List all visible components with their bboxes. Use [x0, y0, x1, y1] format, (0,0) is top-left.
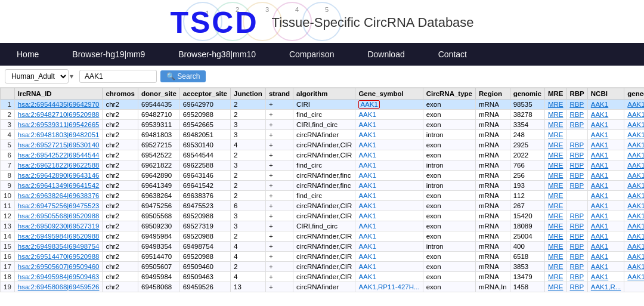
- lrcrna-id-link[interactable]: hsa:2:69638264|69638376: [18, 192, 100, 199]
- ncbi-cell[interactable]: AAK1: [587, 130, 624, 140]
- genecards-link[interactable]: AAK1: [627, 212, 644, 220]
- gene-symbol-cell[interactable]: AAK1: [355, 160, 423, 171]
- ncbi-link[interactable]: AAK1: [591, 202, 608, 209]
- mre-link[interactable]: MRE: [548, 152, 564, 159]
- table-row[interactable]: 2 hsa:2:69482710|69520988 chr2 69482710 …: [1, 110, 645, 120]
- lrcrna-id-cell[interactable]: hsa:2:69509230|69527319: [14, 221, 103, 231]
- mre-link[interactable]: MRE: [548, 141, 564, 149]
- gene-link[interactable]: AAK1: [358, 182, 376, 189]
- rbp-link[interactable]: RBP: [570, 141, 584, 149]
- genecards-cell[interactable]: AAK1: [624, 242, 644, 252]
- ncbi-cell[interactable]: AAK1: [587, 100, 624, 110]
- lrcrna-id-cell[interactable]: hsa:2:69638264|69638376: [14, 191, 103, 201]
- genecards-link[interactable]: AAK1: [627, 111, 644, 118]
- ncbi-cell[interactable]: AAK1: [587, 272, 624, 282]
- gene-symbol-cell[interactable]: AAK1: [355, 211, 423, 221]
- genecards-cell[interactable]: AAK1: [624, 191, 644, 201]
- genecards-cell[interactable]: AAK1: [624, 120, 644, 130]
- rbp-cell[interactable]: RBP: [566, 242, 587, 252]
- lrcrna-id-link[interactable]: hsa:2:69505607|69509460: [18, 263, 100, 270]
- nav-browser-hg19[interactable]: Browser-hg19|mm9: [55, 43, 162, 66]
- nav-home[interactable]: Home: [0, 43, 55, 66]
- rbp-link[interactable]: RBP: [570, 111, 584, 118]
- mre-link[interactable]: MRE: [548, 192, 564, 199]
- genecards-cell[interactable]: AAK1: [624, 211, 644, 221]
- gene-symbol-cell[interactable]: AAK1: [355, 140, 423, 150]
- gene-link[interactable]: AAK1: [358, 152, 376, 159]
- genecards-link[interactable]: AAK1: [627, 263, 644, 270]
- rbp-cell[interactable]: RBP: [566, 140, 587, 150]
- rbp-cell[interactable]: [566, 201, 587, 211]
- gene-link[interactable]: AAK1: [358, 131, 376, 138]
- lrcrna-id-cell[interactable]: hsa:2:69527215|69530140: [14, 140, 103, 150]
- gene-symbol-cell[interactable]: AAK1: [355, 221, 423, 231]
- genecards-cell[interactable]: AAK1: [624, 150, 644, 160]
- genecards-link[interactable]: AAK1: [627, 243, 644, 250]
- mre-link[interactable]: MRE: [548, 233, 564, 240]
- genecards-cell[interactable]: AAK1: [624, 221, 644, 231]
- genecards-cell[interactable]: AAK1: [624, 201, 644, 211]
- lrcrna-id-link[interactable]: hsa:2:69641349|69641542: [18, 182, 100, 189]
- ncbi-cell[interactable]: AAK1: [587, 171, 624, 181]
- genecards-link[interactable]: AAK1: [627, 253, 644, 260]
- lrcrna-id-cell[interactable]: hsa:2:69539311|69542665: [14, 120, 103, 130]
- mre-link[interactable]: MRE: [548, 131, 564, 138]
- nav-comparison[interactable]: Comparison: [273, 43, 351, 66]
- lrcrna-id-link[interactable]: hsa:2:69539311|69542665: [18, 121, 100, 128]
- table-row[interactable]: 19 hsa:2:69458068|69459526 chr2 69458068…: [1, 282, 645, 292]
- rbp-link[interactable]: RBP: [570, 222, 584, 230]
- lrcrna-id-link[interactable]: hsa:2:69514470|69520988: [18, 253, 100, 260]
- ncbi-cell[interactable]: AAK1: [587, 160, 624, 171]
- mre-link[interactable]: MRE: [548, 162, 564, 169]
- nav-browser-hg38[interactable]: Browser-hg38|mm10: [162, 43, 273, 66]
- mre-cell[interactable]: MRE: [544, 201, 566, 211]
- table-row[interactable]: 18 hsa:2:69495984|69509463 chr2 69495984…: [1, 272, 645, 282]
- mre-cell[interactable]: MRE: [544, 181, 566, 191]
- mre-link[interactable]: MRE: [548, 212, 564, 220]
- lrcrna-id-link[interactable]: hsa:2:69475256|69475523: [18, 202, 100, 209]
- gene-link[interactable]: AAK1: [358, 111, 376, 118]
- table-row[interactable]: 5 hsa:2:69527215|69530140 chr2 69527215 …: [1, 140, 645, 150]
- gene-symbol-cell[interactable]: AAK1: [355, 231, 423, 242]
- rbp-cell[interactable]: RBP: [566, 181, 587, 191]
- lrcrna-id-cell[interactable]: hsa:2:69642890|69643146: [14, 171, 103, 181]
- genecards-cell[interactable]: AAK1: [624, 110, 644, 120]
- ncbi-link[interactable]: AAK1: [591, 152, 608, 159]
- lrcrna-id-link[interactable]: hsa:2:69481803|69482051: [18, 131, 100, 138]
- gene-symbol-cell[interactable]: AAK1: [355, 171, 423, 181]
- mre-cell[interactable]: MRE: [544, 160, 566, 171]
- gene-link[interactable]: AAK1: [358, 141, 376, 149]
- lrcrna-id-cell[interactable]: hsa:2:69498354|69498754: [14, 242, 103, 252]
- rbp-link[interactable]: RBP: [570, 182, 584, 189]
- lrcrna-id-link[interactable]: hsa:2:69495984|69520988: [18, 233, 100, 240]
- table-row[interactable]: 1 hsa:2:69544435|69642970 chr2 69544435 …: [1, 100, 645, 110]
- gene-link[interactable]: AAK1: [358, 121, 376, 128]
- ncbi-cell[interactable]: AAK1: [587, 120, 624, 130]
- table-row[interactable]: 8 hsa:2:69642890|69643146 chr2 69642890 …: [1, 171, 645, 181]
- genecards-link[interactable]: AAK1: [627, 202, 644, 209]
- rbp-cell[interactable]: RBP: [566, 272, 587, 282]
- lrcrna-id-cell[interactable]: hsa:2:69621822|69622588: [14, 160, 103, 171]
- search-button[interactable]: 🔍 Search: [160, 70, 206, 82]
- genecards-link[interactable]: AAK1: [627, 233, 644, 240]
- mre-link[interactable]: MRE: [548, 121, 564, 128]
- lrcrna-id-cell[interactable]: hsa:2:69475256|69475523: [14, 201, 103, 211]
- rbp-link[interactable]: RBP: [570, 263, 584, 270]
- gene-symbol-cell[interactable]: AAK1: [355, 130, 423, 140]
- mre-link[interactable]: MRE: [548, 273, 564, 280]
- ncbi-link[interactable]: AAK1: [591, 273, 608, 280]
- rbp-cell[interactable]: [566, 130, 587, 140]
- ncbi-cell[interactable]: AAK1: [587, 221, 624, 231]
- mre-link[interactable]: MRE: [548, 253, 564, 260]
- lrcrna-id-link[interactable]: hsa:2:69642890|69643146: [18, 172, 100, 179]
- mre-cell[interactable]: MRE: [544, 140, 566, 150]
- rbp-link[interactable]: RBP: [570, 172, 584, 179]
- rbp-link[interactable]: RBP: [570, 273, 584, 280]
- genecards-cell[interactable]: AAK1: [624, 160, 644, 171]
- mre-cell[interactable]: MRE: [544, 130, 566, 140]
- rbp-cell[interactable]: RBP: [566, 231, 587, 242]
- genecards-link[interactable]: AAK1: [627, 192, 644, 199]
- nav-contact[interactable]: Contact: [422, 43, 484, 66]
- ncbi-link[interactable]: AAK1: [591, 111, 608, 118]
- ncbi-cell[interactable]: AAK1: [587, 252, 624, 262]
